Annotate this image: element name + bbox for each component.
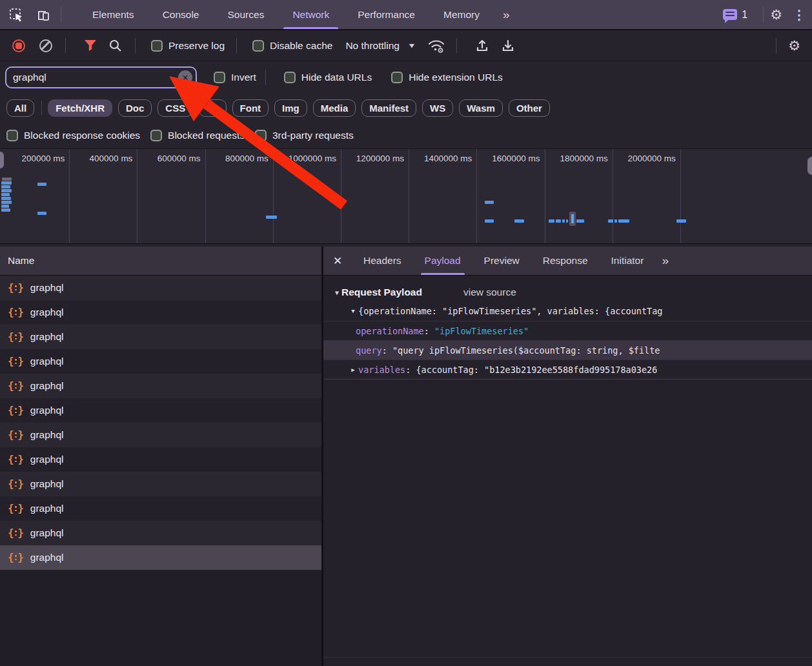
detail-tab-response[interactable]: Response — [531, 247, 600, 275]
request-row[interactable]: {}graphql — [0, 300, 321, 325]
request-bar — [1, 185, 10, 188]
detail-tab-headers[interactable]: Headers — [352, 247, 413, 275]
clear-network-log-button[interactable] — [39, 39, 52, 52]
type-chip-img[interactable]: Img — [274, 99, 307, 117]
request-row[interactable]: {}graphql — [0, 423, 321, 447]
payload-tree-row[interactable]: ▼{operationName: "ipFlowTimeseries", var… — [323, 301, 812, 321]
inspect-element-icon[interactable] — [5, 4, 27, 26]
request-payload-section[interactable]: ▼ Request Payload view source — [323, 283, 812, 301]
checkbox-icon — [284, 72, 296, 83]
overview-left-handle[interactable] — [0, 152, 4, 168]
detail-tab-payload[interactable]: Payload — [413, 247, 472, 275]
type-chip-css[interactable]: CSS — [157, 99, 193, 117]
triangle-down-icon[interactable]: ▼ — [348, 308, 358, 314]
request-name: graphql — [30, 527, 64, 539]
json-braces-icon: {} — [8, 528, 24, 538]
tab-performance[interactable]: Performance — [343, 0, 429, 29]
more-tabs-icon[interactable]: » — [494, 8, 520, 22]
request-bar — [676, 219, 686, 223]
request-row[interactable]: {}graphql — [0, 349, 321, 374]
payload-tree-row[interactable]: query: "query ipFlowTimeseries($accountT… — [323, 340, 812, 359]
request-name: graphql — [30, 429, 64, 441]
filter-input[interactable] — [6, 72, 196, 83]
hide-data-urls-checkbox[interactable]: Hide data URLs — [284, 72, 372, 83]
request-row[interactable]: {}graphql — [0, 398, 321, 423]
request-name: graphql — [30, 503, 64, 514]
hide-extension-urls-label: Hide extension URLs — [409, 72, 503, 83]
import-har-icon[interactable] — [475, 39, 489, 53]
detail-tab-preview[interactable]: Preview — [472, 247, 531, 275]
main-tab-bar: ElementsConsoleSourcesNetworkPerformance… — [0, 0, 812, 30]
type-chip-other[interactable]: Other — [509, 99, 550, 117]
checkbox-blocked-response-cookies[interactable]: Blocked response cookies — [6, 130, 140, 141]
type-chip-fetchxhr[interactable]: Fetch/XHR — [48, 99, 112, 117]
type-chip-media[interactable]: Media — [313, 99, 356, 117]
request-row[interactable]: {}graphql — [0, 374, 321, 398]
invert-checkbox[interactable]: Invert — [214, 72, 256, 83]
chevron-down-icon: ▼ — [407, 42, 416, 49]
name-column-header[interactable]: Name — [0, 247, 321, 276]
timeline-tick: 1400000 ms — [409, 149, 477, 243]
tab-sources[interactable]: Sources — [214, 0, 279, 29]
json-braces-icon: {} — [8, 381, 24, 391]
clear-filter-icon[interactable]: ✕ — [178, 70, 192, 85]
type-chip-all[interactable]: All — [6, 99, 34, 117]
disable-cache-checkbox[interactable]: Disable cache — [252, 40, 332, 52]
hide-data-urls-label: Hide data URLs — [301, 72, 372, 83]
checkbox-3rd-party-requests[interactable]: 3rd-party requests — [255, 130, 354, 141]
detail-tab-initiator[interactable]: Initiator — [600, 247, 656, 275]
request-bar — [514, 219, 524, 223]
type-chip-wasm[interactable]: Wasm — [459, 99, 503, 117]
network-settings-gear-icon[interactable]: ⚙ — [788, 39, 800, 52]
overview-right-handle[interactable] — [807, 157, 812, 175]
json-braces-icon: {} — [8, 405, 24, 416]
settings-gear-icon[interactable]: ⚙ — [770, 8, 782, 21]
request-row[interactable]: {}graphql — [0, 276, 321, 300]
type-chip-ws[interactable]: WS — [422, 99, 453, 117]
request-row[interactable]: {}graphql — [0, 325, 321, 349]
request-bar — [576, 219, 584, 223]
request-row[interactable]: {}graphql — [0, 472, 321, 496]
search-icon[interactable] — [108, 39, 122, 52]
type-chip-manifest[interactable]: Manifest — [361, 99, 416, 117]
timeline-tick: 200000 ms — [2, 149, 70, 243]
request-row[interactable]: {}graphql — [0, 545, 321, 570]
export-har-icon[interactable] — [501, 39, 515, 53]
more-detail-tabs-icon[interactable]: » — [655, 254, 676, 268]
request-row[interactable]: {}graphql — [0, 521, 321, 545]
payload-tree-row[interactable]: ▶variables: {accountTag: "b12e3b2192ee55… — [323, 359, 812, 379]
resource-type-filters: AllFetch/XHRDocCSSJSFontImgMediaManifest… — [0, 94, 812, 122]
network-conditions-icon[interactable] — [427, 38, 446, 54]
payload-tree-row[interactable]: operationName: "ipFlowTimeseries" — [323, 321, 812, 340]
request-row[interactable]: {}graphql — [0, 447, 321, 472]
type-chip-js[interactable]: JS — [199, 99, 226, 117]
preserve-log-checkbox[interactable]: Preserve log — [151, 40, 225, 52]
request-row[interactable]: {}graphql — [0, 496, 321, 521]
view-source-link[interactable]: view source — [463, 287, 516, 298]
device-toolbar-icon[interactable] — [32, 4, 54, 26]
divider — [61, 7, 61, 23]
tab-memory[interactable]: Memory — [429, 0, 494, 29]
filter-icon[interactable] — [84, 39, 97, 52]
tab-elements[interactable]: Elements — [78, 0, 148, 29]
record-network-log-button[interactable] — [12, 39, 25, 52]
tab-network[interactable]: Network — [278, 0, 343, 29]
invert-label: Invert — [231, 72, 256, 83]
close-icon[interactable]: ✕ — [323, 254, 352, 268]
type-chip-doc[interactable]: Doc — [118, 99, 152, 117]
tab-console[interactable]: Console — [148, 0, 214, 29]
blocked-options-row: Blocked response cookiesBlocked requests… — [0, 122, 812, 149]
timeline-tick: 1000000 ms — [274, 149, 341, 243]
request-bar — [37, 212, 46, 215]
hide-extension-urls-checkbox[interactable]: Hide extension URLs — [391, 72, 503, 83]
divider — [323, 657, 812, 658]
triangle-right-icon[interactable]: ▶ — [348, 367, 358, 373]
throttling-select[interactable]: No throttling ▼ — [345, 40, 414, 52]
issues-indicator[interactable]: 1 — [723, 9, 747, 21]
network-overview-timeline[interactable]: 200000 ms400000 ms600000 ms800000 ms1000… — [0, 149, 812, 244]
kebab-menu-icon[interactable]: ⋮ — [793, 7, 806, 23]
detail-tab-bar: ✕ HeadersPayloadPreviewResponseInitiator… — [323, 247, 812, 276]
request-bar — [1, 193, 10, 196]
checkbox-blocked-requests[interactable]: Blocked requests — [150, 130, 245, 141]
type-chip-font[interactable]: Font — [232, 99, 269, 117]
